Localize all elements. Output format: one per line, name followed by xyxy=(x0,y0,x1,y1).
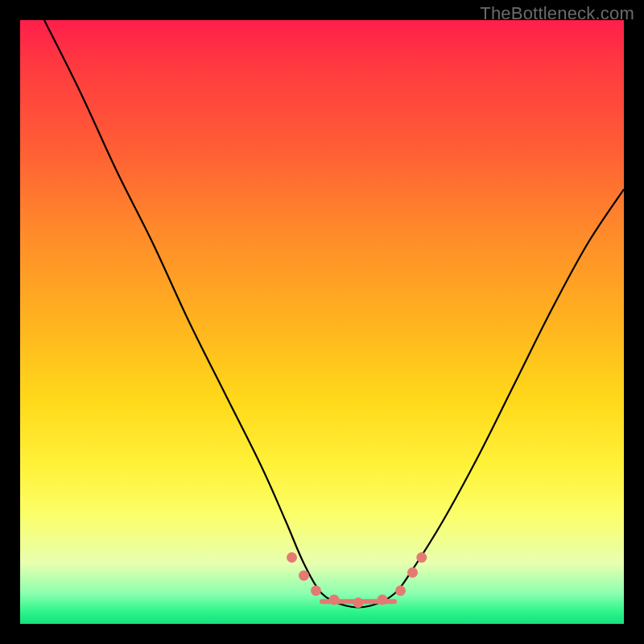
valley-dot xyxy=(311,585,321,596)
curve-svg xyxy=(20,20,624,624)
outer-frame: TheBottleneck.com xyxy=(0,0,644,644)
valley-dot xyxy=(407,568,418,578)
valley-dot xyxy=(329,595,340,605)
watermark-text: TheBottleneck.com xyxy=(480,3,634,24)
valley-dot xyxy=(378,595,388,605)
valley-dot xyxy=(395,585,406,596)
plot-area xyxy=(20,20,624,624)
valley-dot xyxy=(416,552,427,563)
valley-dot xyxy=(287,552,297,563)
bottleneck-curve xyxy=(44,20,624,607)
valley-dot xyxy=(299,571,309,581)
valley-dot xyxy=(353,597,364,608)
